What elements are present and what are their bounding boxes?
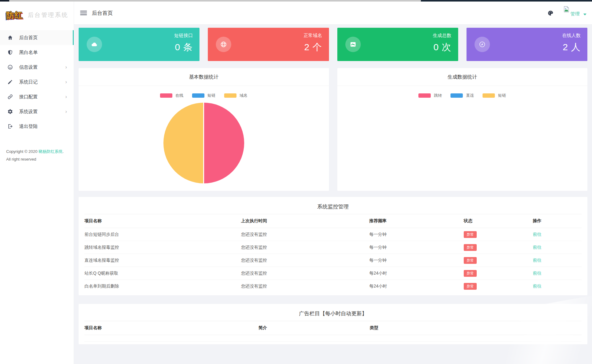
logo: 防红 后台管理系统: [0, 2, 74, 29]
theme-palette-icon[interactable]: [547, 10, 554, 16]
go-link[interactable]: 前往: [533, 271, 541, 276]
stat-card-value: 2 人: [562, 41, 581, 54]
status-badge: 异常: [464, 257, 477, 264]
cell-frequency: 每24小时: [369, 284, 464, 289]
legend-item-domain[interactable]: 域名: [224, 93, 248, 98]
go-link[interactable]: 前往: [533, 232, 541, 237]
legend-label: 短链: [208, 93, 216, 98]
sidebar-item-info-settings[interactable]: 信息设置 ›: [0, 60, 74, 75]
legend-item-direct[interactable]: 直连: [450, 93, 474, 98]
cell-project-name: 直连域名报毒监控: [84, 258, 241, 263]
topbar-right: 管理: [547, 9, 586, 17]
legend-swatch: [160, 93, 172, 98]
legend-swatch: [418, 93, 431, 98]
user-dropdown[interactable]: 管理: [563, 9, 586, 17]
link-icon: [7, 94, 13, 100]
main-area: 后台首页 管理: [74, 2, 592, 364]
cell-frequency: 每一分钟: [369, 245, 464, 250]
stat-card-label: 正常域名: [304, 33, 322, 39]
table-row: 跳转域名报毒监控 您还没有监控 每一分钟 异常 前往: [84, 241, 582, 254]
hamburger-menu-icon[interactable]: [80, 10, 87, 16]
pie-slice-divider: [203, 102, 204, 184]
table-header-row: 项目名称 上次执行时间 推荐频率 状态 操作: [84, 214, 582, 228]
monitor-table: 项目名称 上次执行时间 推荐频率 状态 操作 前台短链同步后台 您还没有监控 每…: [79, 214, 587, 293]
cell-frequency: 每一分钟: [369, 232, 464, 237]
legend-swatch: [483, 93, 495, 98]
legend-item-shortlink[interactable]: 短链: [483, 93, 506, 98]
column-header: 类型: [370, 325, 582, 331]
chart-panels: 基本数据统计 在线 短链 域名: [79, 68, 587, 191]
chart-legend: 跳转 直连 短链: [337, 93, 588, 98]
pen-icon: [7, 79, 13, 85]
panel-title: 基本数据统计: [79, 68, 329, 86]
stat-card-short-link-api: 短链接口 0 条: [79, 28, 199, 61]
go-link[interactable]: 前往: [533, 284, 541, 288]
ad-table: 项目名称 简介 类型: [79, 321, 587, 335]
go-link[interactable]: 前往: [533, 258, 541, 263]
stat-card-label: 短链接口: [174, 33, 193, 39]
legend-item-online[interactable]: 在线: [160, 93, 183, 98]
smiley-icon: [7, 64, 13, 70]
sidebar-item-label: 黑白名单: [19, 50, 38, 55]
cell-last-run: 您还没有监控: [241, 245, 369, 250]
stat-card-label: 生成总数: [433, 33, 451, 39]
cell-last-run: 您还没有监控: [241, 232, 369, 237]
chevron-right-icon: ›: [65, 80, 67, 84]
table-header-row: 项目名称 简介 类型: [84, 321, 582, 335]
cell-frequency: 每一分钟: [369, 258, 464, 263]
shield-icon: [7, 50, 13, 55]
table-row: 直连域名报毒监控 您还没有监控 每一分钟 异常 前往: [84, 254, 582, 267]
sidebar-item-system-settings[interactable]: 系统设置 ›: [0, 104, 74, 119]
legend-label: 跳转: [434, 93, 442, 98]
column-header: 项目名称: [84, 218, 241, 224]
legend-item-redirect[interactable]: 跳转: [418, 93, 442, 98]
status-badge: 异常: [464, 283, 477, 290]
legend-label: 域名: [240, 93, 248, 98]
sidebar: 防红 后台管理系统 后台首页 黑白名单 信息设置 ›: [0, 2, 74, 364]
empty-table-row: [84, 335, 582, 342]
user-name: 管理: [570, 11, 580, 17]
cell-last-run: 您还没有监控: [241, 271, 369, 276]
go-link[interactable]: 前往: [533, 245, 541, 250]
sidebar-menu: 后台首页 黑白名单 信息设置 › 系统日记 ›: [0, 30, 74, 134]
legend-item-shortlink[interactable]: 短链: [192, 93, 216, 98]
logo-badge: 防红: [5, 9, 24, 21]
caret-down-icon: [583, 14, 586, 15]
column-header: 操作: [533, 218, 582, 224]
column-header: 状态: [464, 218, 533, 224]
legend-swatch: [224, 93, 236, 98]
status-badge: 异常: [464, 270, 477, 277]
stat-card-generated-total: 生成总数 0 次: [337, 28, 458, 61]
stat-card-normal-domains: 正常域名 2 个: [208, 28, 329, 61]
topbar: 后台首页 管理: [74, 2, 592, 25]
panel-title: 生成数据统计: [337, 68, 588, 86]
cell-last-run: 您还没有监控: [241, 258, 369, 263]
cell-project-name: 前台短链同步后台: [84, 232, 241, 237]
table-row: 站长Q Q昵称获取 您还没有监控 每24小时 异常 前往: [84, 267, 582, 280]
sidebar-item-api-config[interactable]: 接口配置 ›: [0, 89, 74, 104]
sidebar-item-home[interactable]: 后台首页: [0, 30, 74, 45]
generated-stats-panel: 生成数据统计 跳转 直连 短链: [337, 68, 588, 191]
globe-icon: [216, 37, 231, 52]
status-badge: 异常: [464, 244, 477, 251]
copyright: Copyright © 2020 晓杨防红系统. All right reser…: [0, 148, 74, 163]
legend-label: 在线: [175, 93, 183, 98]
legend-label: 直连: [466, 93, 474, 98]
cloud-icon: [87, 37, 102, 52]
home-icon: [7, 35, 13, 40]
stat-card-online-users: 在线人数 2 人: [467, 28, 587, 61]
sidebar-item-label: 系统日记: [19, 79, 38, 85]
table-title: 系统监控管理: [79, 197, 587, 214]
copyright-brand-link[interactable]: 晓杨防红系统: [39, 149, 63, 154]
sidebar-item-system-log[interactable]: 系统日记 ›: [0, 75, 74, 89]
table-row: 前台短链同步后台 您还没有监控 每一分钟 异常 前往: [84, 228, 582, 241]
sidebar-item-blacklist[interactable]: 黑白名单: [0, 45, 74, 60]
column-header: 推荐频率: [369, 218, 464, 224]
legend-swatch: [450, 93, 463, 98]
logout-icon: [7, 124, 13, 129]
basic-stats-panel: 基本数据统计 在线 短链 域名: [79, 68, 329, 191]
sidebar-item-logout[interactable]: 退出登陆: [0, 119, 74, 134]
cell-last-run: 您还没有监控: [241, 284, 369, 289]
stat-cards: 短链接口 0 条 正常域名 2 个: [79, 28, 587, 61]
cell-frequency: 每24小时: [369, 271, 464, 276]
